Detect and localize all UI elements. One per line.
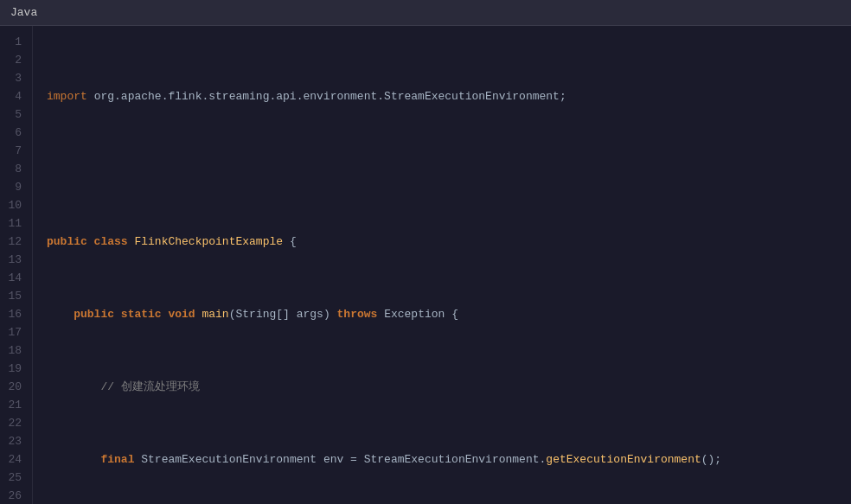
ln-7: 7 [7,142,22,160]
ln-22: 22 [7,414,22,432]
ln-10: 10 [7,196,22,214]
code-line-2 [47,160,851,178]
ln-25: 25 [7,469,22,487]
title-label: Java [10,6,37,19]
ln-3: 3 [7,69,22,87]
ln-19: 19 [7,360,22,378]
code-line-4: public static void main(String[] args) t… [47,305,851,323]
ln-23: 23 [7,432,22,450]
code-content[interactable]: import org.apache.flink.streaming.api.en… [33,26,851,504]
ln-14: 14 [7,269,22,287]
ln-15: 15 [7,287,22,305]
code-line-1: import org.apache.flink.streaming.api.en… [47,87,851,105]
ln-8: 8 [7,160,22,178]
ln-12: 12 [7,233,22,251]
code-line-6: final StreamExecutionEnvironment env = S… [47,450,851,469]
ln-20: 20 [7,378,22,396]
ln-4: 4 [7,87,22,105]
code-line-3: public class FlinkCheckpointExample { [47,233,851,251]
title-bar: Java [0,0,851,26]
main-window: Java 1 2 3 4 5 6 7 8 9 10 11 12 13 14 15… [0,0,851,504]
code-line-5: // 创建流处理环境 [47,378,851,396]
ln-24: 24 [7,450,22,469]
code-area[interactable]: 1 2 3 4 5 6 7 8 9 10 11 12 13 14 15 16 1… [0,26,851,504]
line-numbers: 1 2 3 4 5 6 7 8 9 10 11 12 13 14 15 16 1… [0,26,33,504]
ln-5: 5 [7,105,22,124]
ln-1: 1 [7,33,22,51]
ln-21: 21 [7,396,22,414]
ln-2: 2 [7,51,22,69]
ln-16: 16 [7,305,22,323]
ln-11: 11 [7,214,22,233]
ln-26: 26 [7,487,22,504]
ln-6: 6 [7,124,22,142]
ln-13: 13 [7,251,22,269]
ln-9: 9 [7,178,22,196]
ln-17: 17 [7,323,22,341]
ln-18: 18 [7,341,22,360]
